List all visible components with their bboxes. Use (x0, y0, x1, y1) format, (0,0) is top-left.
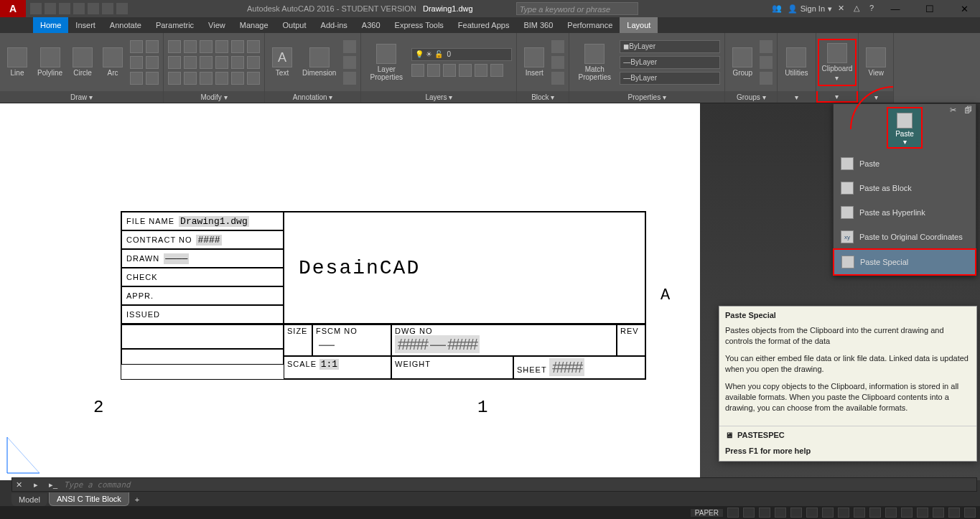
layer-match-icon[interactable] (459, 64, 472, 77)
tab-a360[interactable]: A360 (355, 17, 388, 33)
people-icon[interactable]: 👥 (772, 4, 782, 14)
new-icon[interactable] (30, 3, 42, 14)
mtext-icon[interactable] (343, 72, 356, 85)
join-icon[interactable] (200, 72, 213, 85)
draw-point-icon[interactable] (130, 72, 143, 85)
tab-model[interactable]: Model (11, 493, 47, 506)
draw-spline-icon[interactable] (146, 56, 159, 69)
copy-icon[interactable] (231, 40, 244, 53)
tab-view[interactable]: View (201, 17, 233, 33)
line-button[interactable]: Line (4, 46, 30, 78)
lengthen-icon[interactable] (231, 72, 244, 85)
menu-paste-special[interactable]: Paste Special (833, 248, 976, 276)
layer-selector[interactable]: 💡 ☀ 🔓 0 (411, 48, 512, 61)
open-icon[interactable] (45, 3, 56, 14)
close-button[interactable]: ✕ (954, 4, 974, 14)
move-icon[interactable] (168, 40, 181, 53)
match-properties-button[interactable]: Match Properties (574, 42, 615, 83)
panel-annotation-label[interactable]: Annotation ▾ (265, 91, 360, 103)
grid-icon[interactable] (727, 508, 739, 518)
tab-addins[interactable]: Add-ins (314, 17, 355, 33)
tab-output[interactable]: Output (276, 17, 314, 33)
menu-paste-orig[interactable]: xyPaste to Original Coordinates (834, 225, 976, 249)
offset-icon[interactable] (247, 56, 260, 69)
panel-block-label[interactable]: Block ▾ (517, 91, 569, 103)
undo-icon[interactable] (102, 3, 113, 14)
create-block-icon[interactable] (551, 40, 564, 53)
tb-dwg-value[interactable]: #### — #### (395, 335, 480, 353)
edit-block-icon[interactable] (551, 56, 564, 69)
panel-layers-label[interactable]: Layers ▾ (361, 91, 516, 103)
color-selector[interactable]: ◼ ByLayer (620, 40, 720, 53)
tb-sheet-value[interactable]: #### (549, 358, 584, 376)
edit-icon[interactable] (247, 72, 260, 85)
linetype-selector[interactable]: — ByLayer (620, 72, 720, 85)
break-icon[interactable] (184, 72, 197, 85)
explode-icon[interactable] (184, 56, 197, 69)
panel-groups-label[interactable]: Groups ▾ (725, 91, 777, 103)
tab-layout[interactable]: Layout (620, 17, 658, 33)
app-logo[interactable]: A (0, 0, 26, 17)
menu-paste[interactable]: Paste (834, 151, 976, 176)
array-icon[interactable] (231, 56, 244, 69)
trim-icon[interactable] (200, 40, 213, 53)
tb-contract-value[interactable]: #### (196, 235, 221, 246)
print-icon[interactable] (88, 3, 99, 14)
tb-main-title[interactable]: DesainCAD (284, 212, 645, 324)
ungroup-icon[interactable] (760, 40, 773, 53)
utilities-button[interactable]: Utilities (782, 46, 811, 78)
dimension-button[interactable]: Dimension (299, 46, 339, 78)
a360-icon[interactable]: △ (854, 4, 864, 14)
command-line[interactable]: ✕ ▸ ▸_ (11, 477, 977, 492)
tb-file-value[interactable]: Drawing1.dwg (179, 216, 249, 227)
help-icon[interactable]: ? (869, 4, 879, 14)
transparency-icon[interactable] (838, 508, 849, 518)
tab-bim360[interactable]: BIM 360 (516, 17, 560, 33)
utilities-dropdown[interactable]: ▾ (778, 91, 815, 103)
text-button[interactable]: AText (269, 46, 295, 78)
lineweight-selector[interactable]: — ByLayer (620, 56, 720, 69)
tab-featured[interactable]: Featured Apps (451, 17, 517, 33)
tb-drawn-value[interactable]: ———— (164, 253, 189, 264)
polyline-button[interactable]: Polyline (34, 46, 65, 78)
menu-paste-hyperlink[interactable]: Paste as Hyperlink (834, 200, 976, 225)
view-button[interactable]: View (863, 46, 889, 78)
layer-freeze-icon[interactable] (427, 64, 440, 77)
copy-clip-icon[interactable]: 🗐 (964, 106, 974, 116)
menu-paste-block[interactable]: Paste as Block (834, 176, 976, 200)
layer-iso-icon[interactable] (490, 64, 503, 77)
table-icon[interactable] (343, 56, 356, 69)
leader-icon[interactable] (343, 40, 356, 53)
paste-button[interactable]: Paste ▾ (887, 107, 923, 149)
snap-icon[interactable] (743, 508, 755, 518)
anno-icon[interactable] (885, 508, 897, 518)
fillet-icon[interactable] (168, 56, 181, 69)
panel-modify-label[interactable]: Modify ▾ (164, 91, 264, 103)
tab-parametric[interactable]: Parametric (149, 17, 201, 33)
tab-manage[interactable]: Manage (233, 17, 276, 33)
stretch-icon[interactable] (200, 56, 213, 69)
tab-performance[interactable]: Performance (560, 17, 620, 33)
otrack-icon[interactable] (806, 508, 818, 518)
tab-insert[interactable]: Insert (68, 17, 103, 33)
layer-properties-button[interactable]: Layer Properties (365, 42, 407, 83)
panel-properties-label[interactable]: Properties ▾ (569, 91, 724, 103)
maximize-button[interactable]: ☐ (920, 4, 940, 14)
layer-prev-icon[interactable] (475, 64, 487, 77)
clean-icon[interactable] (948, 508, 960, 518)
attr-icon[interactable] (551, 72, 564, 85)
panel-draw-label[interactable]: Draw ▾ (0, 91, 163, 103)
recent-cmd-icon[interactable]: ▸ (29, 478, 42, 491)
circle-button[interactable]: Circle (70, 46, 95, 78)
clipboard-dropdown[interactable]: ▾ (816, 91, 859, 103)
save-icon[interactable] (59, 3, 70, 14)
chamfer-icon[interactable] (215, 72, 228, 85)
group-button[interactable]: Group (729, 46, 755, 78)
draw-hatch-icon[interactable] (130, 56, 143, 69)
rotate-icon[interactable] (184, 40, 197, 53)
iso-icon[interactable] (933, 508, 944, 518)
cut-icon[interactable]: ✂ (950, 106, 960, 116)
command-input[interactable] (64, 480, 976, 490)
redo-icon[interactable] (116, 3, 128, 14)
arc-button[interactable]: Arc (100, 46, 126, 78)
